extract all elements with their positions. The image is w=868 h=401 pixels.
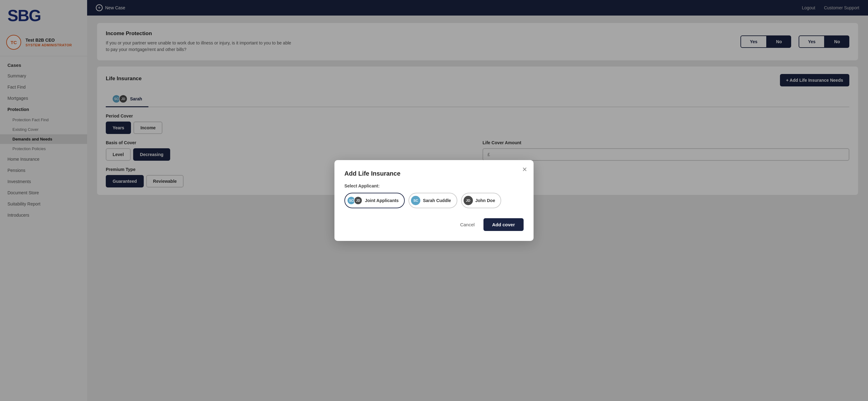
modal-select-applicant-label: Select Applicant: <box>344 183 524 188</box>
joint-avatars: SC JD <box>347 196 363 205</box>
modal-close-button[interactable]: ✕ <box>522 166 527 173</box>
joint-applicants-label: Joint Applicants <box>365 198 399 203</box>
cancel-button[interactable]: Cancel <box>456 219 479 230</box>
john-label: John Doe <box>475 198 495 203</box>
joint-avatar-jd: JD <box>354 196 363 205</box>
joint-applicants-btn[interactable]: SC JD Joint Applicants <box>344 193 405 208</box>
modal-title: Add Life Insurance <box>344 170 524 177</box>
sarah-avatar: SC <box>411 196 420 205</box>
john-avatar: JD <box>464 196 473 205</box>
applicant-options: SC JD Joint Applicants SC Sarah Cuddle J… <box>344 193 524 208</box>
modal-overlay[interactable]: ✕ Add Life Insurance Select Applicant: S… <box>0 0 868 401</box>
add-cover-button[interactable]: Add cover <box>484 218 524 231</box>
add-life-insurance-modal: ✕ Add Life Insurance Select Applicant: S… <box>335 160 533 241</box>
sarah-label: Sarah Cuddle <box>423 198 451 203</box>
john-doe-btn[interactable]: JD John Doe <box>461 193 501 208</box>
sarah-cuddle-btn[interactable]: SC Sarah Cuddle <box>408 193 457 208</box>
modal-actions: Cancel Add cover <box>344 218 524 231</box>
